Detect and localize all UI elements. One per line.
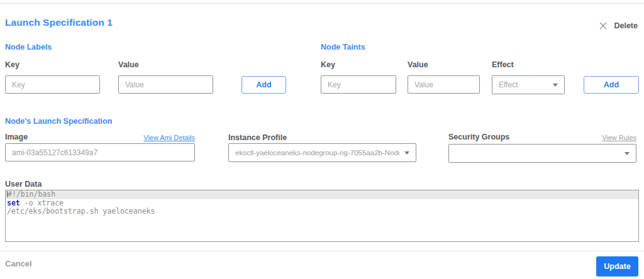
node-labels-value-label: Value	[118, 60, 139, 69]
chevron-down-icon	[404, 151, 409, 155]
delete-button[interactable]: Delete	[599, 21, 638, 30]
node-labels-key-label: Key	[5, 60, 19, 69]
node-taints-value-label: Value	[408, 60, 428, 69]
view-ami-details-link[interactable]: View Ami Details	[143, 134, 195, 141]
security-groups-select[interactable]	[448, 144, 636, 163]
cancel-button[interactable]: Cancel	[5, 259, 32, 268]
launch-spec-heading: Node's Launch Specification	[5, 117, 112, 126]
top-divider	[0, 3, 644, 4]
code-line-1: #!/bin/bash	[6, 190, 638, 199]
node-labels-value-input[interactable]	[118, 75, 213, 94]
image-input[interactable]	[5, 143, 195, 161]
footer-divider	[0, 251, 644, 251]
code-line-3: /etc/eks/bootstrap.sh yaeloceaneks	[6, 207, 638, 216]
close-icon	[599, 22, 607, 30]
security-groups-label: Security Groups	[448, 133, 509, 141]
node-taints-effect-label: Effect	[492, 60, 514, 69]
image-label: Image	[5, 133, 28, 141]
instance-profile-label: Instance Profile	[228, 133, 287, 142]
chevron-down-icon	[553, 84, 558, 87]
node-taints-effect-select[interactable]: Effect	[492, 75, 565, 94]
user-data-editor[interactable]: #!/bin/bash set -o xtrace /etc/eks/boots…	[5, 190, 639, 242]
node-taints-value-input[interactable]	[408, 75, 480, 94]
node-taints-key-label: Key	[321, 60, 335, 69]
node-labels-add-button[interactable]: Add	[242, 76, 286, 94]
chevron-down-icon	[625, 152, 630, 155]
launch-specification-panel: Launch Specification 1 Delete Node Label…	[0, 0, 644, 279]
instance-profile-select[interactable]: eksctl-yaeloceaneks-nodegroup-ng-7055aa2…	[228, 143, 416, 162]
effect-select-placeholder: Effect	[499, 80, 518, 89]
delete-button-label: Delete	[614, 21, 638, 30]
page-title: Launch Specification 1	[5, 17, 113, 28]
node-taints-heading: Node Taints	[321, 43, 365, 52]
image-label-row: Image View Ami Details	[5, 133, 195, 141]
instance-profile-value: eksctl-yaeloceaneks-nodegroup-ng-7055aa2…	[235, 149, 399, 156]
view-rules-link[interactable]: View Rules	[602, 134, 636, 141]
security-groups-label-row: Security Groups View Rules	[448, 133, 636, 141]
code-line-2: set -o xtrace	[6, 199, 638, 208]
user-data-label: User Data	[5, 180, 42, 189]
node-taints-add-button[interactable]: Add	[584, 76, 639, 94]
node-labels-heading: Node Labels	[5, 43, 52, 52]
node-labels-key-input[interactable]	[5, 75, 100, 94]
node-taints-key-input[interactable]	[321, 75, 396, 94]
update-button[interactable]: Update	[596, 256, 638, 276]
